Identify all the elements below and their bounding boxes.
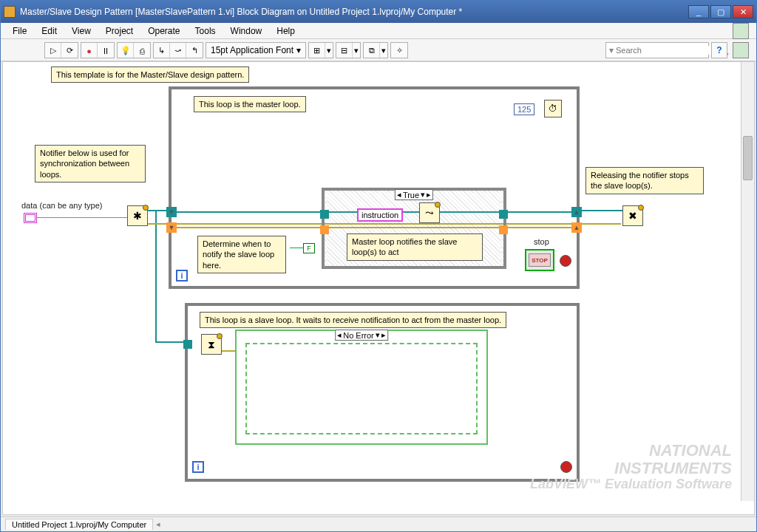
vertical-scrollbar[interactable] [741, 62, 754, 501]
scrollbar-thumb[interactable] [743, 136, 753, 180]
master-while-loop[interactable]: This loop is the master loop. 125 ⏱ ▼ ▲ … [169, 86, 580, 289]
wire-notifier-split[interactable] [155, 210, 157, 343]
release-comment[interactable]: Releasing the notifier stops the slave l… [585, 167, 704, 194]
release-notifier-node[interactable]: ✖ [622, 205, 643, 226]
case-notifier-tunnel-out[interactable] [499, 210, 508, 219]
inner-green-frame[interactable] [245, 343, 478, 434]
titlebar: Master/Slave Design Pattern [MasterSlave… [1, 1, 756, 23]
menu-operate[interactable]: Operate [140, 24, 187, 38]
run-continuous-button[interactable]: ⟳ [61, 43, 78, 59]
block-diagram-canvas[interactable]: This template is for the Master/Slave de… [3, 62, 754, 514]
cleanup-group: ✧ [390, 42, 408, 58]
case-notifier-tunnel-in[interactable] [320, 210, 329, 219]
distribute-drop-icon[interactable]: ▾ [353, 43, 360, 59]
pattern-description-comment[interactable]: This template is for the Master/Slave de… [51, 66, 249, 83]
wait-on-notification-node[interactable]: ⧗ [201, 334, 222, 355]
wait-ms-constant[interactable]: 125 [514, 103, 534, 115]
close-button[interactable]: ✕ [733, 5, 753, 18]
slave-loop-comment[interactable]: This loop is a slave loop. It waits to r… [200, 312, 506, 328]
wire-notifier-release[interactable] [580, 210, 622, 211]
wire-notifier-to-slave[interactable] [155, 341, 185, 343]
menu-view[interactable]: View [64, 24, 98, 38]
slave-while-loop[interactable]: This loop is a slave loop. It waits to r… [185, 303, 580, 482]
step-group: ↳ ⤻ ↰ [153, 42, 203, 58]
run-button[interactable]: ▷ [45, 43, 61, 59]
menu-file[interactable]: File [5, 24, 34, 38]
search-box[interactable]: ▾ 🔍 [605, 42, 709, 58]
align-button[interactable]: ⊞ [309, 43, 325, 59]
master-loop-comment[interactable]: This loop is the master loop. [194, 96, 306, 112]
master-case-structure[interactable]: ◂ True ▾ ▸ instruction ⤳ Master loop not… [322, 188, 506, 269]
stop-control[interactable]: STOP [525, 249, 554, 271]
master-error-sr-left[interactable]: ▼ [166, 222, 177, 233]
case-prev-icon[interactable]: ◂ [397, 190, 401, 200]
false-constant[interactable]: F [303, 243, 315, 253]
case-error-tunnel-in[interactable] [320, 225, 329, 234]
statusbar: Untitled Project 1.lvproj/My Computer ◂ [1, 516, 756, 531]
master-loop-condition[interactable] [560, 255, 571, 267]
search-dropdown-icon[interactable]: ▾ [609, 45, 614, 55]
cleanup-button[interactable]: ✧ [391, 43, 407, 59]
case-error-tunnel-out[interactable] [499, 225, 508, 234]
menu-project[interactable]: Project [98, 24, 140, 38]
case-drop-icon[interactable]: ▾ [421, 190, 425, 200]
notify-comment[interactable]: Master loop notifies the slave loop(s) t… [347, 233, 483, 261]
send-notification-node[interactable]: ⤳ [419, 202, 440, 223]
step-over-button[interactable]: ⤻ [170, 43, 186, 59]
warning-icon [638, 205, 644, 211]
menu-window[interactable]: Window [223, 24, 270, 38]
menu-tools[interactable]: Tools [188, 24, 223, 38]
wait-ms-node[interactable]: ⏱ [544, 100, 562, 117]
highlight-exec-button[interactable]: 💡 [118, 43, 134, 59]
instruction-constant[interactable]: instruction [357, 208, 403, 222]
data-control-terminal[interactable] [24, 213, 37, 223]
exec-group: ● II [81, 42, 115, 58]
step-into-button[interactable]: ↳ [154, 43, 170, 59]
wire-error-to-case[interactable] [222, 350, 235, 352]
wire-data-to-notifier[interactable] [37, 217, 129, 218]
reorder-drop-icon[interactable]: ▾ [380, 43, 387, 59]
obtain-notifier-node[interactable]: ✱ [127, 205, 148, 226]
determine-comment[interactable]: Determine when to notify the slave loop … [197, 236, 286, 273]
case-noerror-label: No Error [343, 331, 374, 340]
case-selector-true[interactable]: ◂ True ▾ ▸ [395, 189, 433, 200]
data-type-label: data (can be any type) [21, 201, 102, 210]
slave-iteration-terminal[interactable]: i [192, 461, 204, 473]
abort-button[interactable]: ● [81, 43, 98, 59]
master-notifier-tunnel-out[interactable]: ▲ [571, 207, 582, 217]
master-notifier-tunnel-in[interactable]: ▼ [166, 207, 177, 217]
case-drop-icon[interactable]: ▾ [376, 330, 380, 340]
retain-wire-button[interactable]: ⎙ [134, 43, 150, 59]
master-error-sr-right[interactable]: ▲ [571, 222, 582, 233]
case-prev-icon[interactable]: ◂ [337, 330, 342, 340]
menu-help[interactable]: Help [269, 24, 302, 38]
wire-notify-cond[interactable] [290, 248, 303, 248]
notifier-comment[interactable]: Notifier below is used for synchronizati… [35, 145, 146, 183]
master-iteration-terminal[interactable]: i [176, 270, 188, 282]
stop-label: stop [534, 237, 549, 246]
window-title: Master/Slave Design Pattern [MasterSlave… [20, 7, 688, 17]
distribute-button[interactable]: ⊟ [336, 43, 353, 59]
step-out-button[interactable]: ↰ [186, 43, 203, 59]
font-selector[interactable]: 15pt Application Font ▾ [206, 42, 306, 58]
block-diagram-icon[interactable] [733, 23, 749, 39]
align-group: ⊞ ▾ [308, 42, 333, 58]
slave-case-structure[interactable]: ◂ No Error ▾ ▸ [235, 330, 488, 445]
case-next-icon[interactable]: ▸ [381, 330, 386, 340]
case-selector-noerror[interactable]: ◂ No Error ▾ ▸ [335, 330, 388, 341]
vi-icon[interactable] [733, 42, 749, 58]
minimize-button[interactable]: _ [688, 5, 709, 18]
slave-loop-condition[interactable] [560, 461, 572, 473]
slave-notifier-tunnel[interactable] [183, 340, 192, 349]
toolbar: ▷ ⟳ ● II 💡 ⎙ ↳ ⤻ ↰ 15pt Application Font… [1, 39, 756, 61]
reorder-button[interactable]: ⧉ [364, 43, 380, 59]
status-nav-icon[interactable]: ◂ [156, 519, 160, 529]
search-input[interactable] [616, 46, 718, 55]
maximize-button[interactable]: ▢ [710, 5, 731, 18]
case-next-icon[interactable]: ▸ [427, 190, 431, 200]
menu-edit[interactable]: Edit [34, 24, 64, 38]
project-path-tab[interactable]: Untitled Project 1.lvproj/My Computer [5, 519, 153, 530]
pause-button[interactable]: II [98, 43, 114, 59]
context-help-button[interactable]: ? [711, 42, 727, 58]
align-drop-icon[interactable]: ▾ [325, 43, 333, 59]
